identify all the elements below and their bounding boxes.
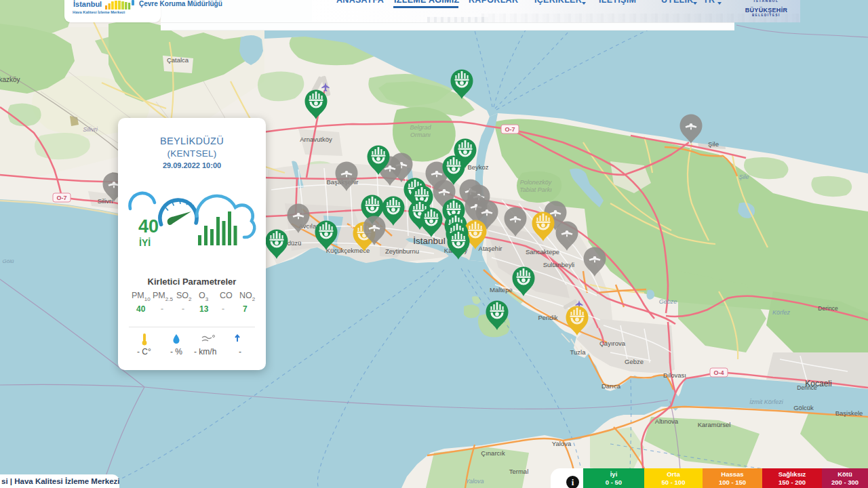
- svg-text:Zeytinburnu: Zeytinburnu: [385, 247, 419, 255]
- svg-text:Yalova: Yalova: [466, 478, 484, 485]
- svg-text:Sancaktepe: Sancaktepe: [526, 248, 559, 256]
- svg-text:Polonezköy: Polonezköy: [520, 179, 552, 186]
- svg-text:Tuzla: Tuzla: [570, 348, 587, 356]
- svg-text:Sultanbeyli: Sultanbeyli: [543, 261, 574, 268]
- svg-text:İzmit Körfezi: İzmit Körfezi: [749, 399, 784, 405]
- svg-text:Dilovası: Dilovası: [663, 371, 686, 379]
- svg-text:Beykoz: Beykoz: [467, 163, 488, 171]
- svg-text:Çatalca: Çatalca: [167, 56, 189, 64]
- svg-text:Pendik: Pendik: [538, 314, 557, 321]
- svg-text:Kocaeli: Kocaeli: [805, 379, 831, 388]
- svg-text:Başiskele: Başiskele: [835, 409, 863, 417]
- svg-text:Silivri: Silivri: [98, 197, 113, 205]
- svg-text:Şile: Şile: [738, 174, 749, 180]
- svg-text:Silivri: Silivri: [83, 126, 98, 133]
- svg-text:Ormanı: Ormanı: [410, 131, 431, 138]
- svg-text:Çınarcık: Çınarcık: [481, 449, 505, 457]
- svg-text:Maltepe: Maltepe: [490, 286, 513, 293]
- svg-text:Yalova: Yalova: [552, 440, 572, 447]
- svg-text:Gölü: Gölü: [3, 258, 14, 264]
- svg-text:Şile: Şile: [708, 140, 719, 148]
- svg-text:Çayırova: Çayırova: [599, 340, 626, 347]
- svg-text:Gebze: Gebze: [625, 358, 644, 365]
- svg-text:kazköy: kazköy: [0, 76, 20, 83]
- svg-text:O-7: O-7: [56, 195, 66, 201]
- svg-text:Körfez: Körfez: [772, 309, 791, 316]
- svg-text:Belgrad: Belgrad: [410, 124, 431, 131]
- svg-text:Derince: Derince: [818, 305, 838, 312]
- svg-text:Ataşehir: Ataşehir: [479, 245, 502, 252]
- svg-text:Gölcük: Gölcük: [793, 404, 814, 411]
- svg-text:Karamürsel: Karamürsel: [698, 421, 731, 428]
- svg-text:Arnavutköy: Arnavutköy: [300, 136, 332, 143]
- svg-text:Altınova: Altınova: [655, 418, 679, 425]
- svg-text:Tabiat Parkı: Tabiat Parkı: [519, 186, 552, 193]
- svg-text:O-4: O-4: [713, 369, 724, 376]
- svg-text:Gebze: Gebze: [659, 298, 677, 305]
- svg-text:İstanbul: İstanbul: [413, 236, 445, 246]
- svg-text:Termal: Termal: [509, 468, 529, 475]
- svg-text:O-7: O-7: [505, 126, 515, 133]
- svg-text:Darıca: Darıca: [601, 382, 621, 390]
- svg-text:düzü: düzü: [288, 239, 302, 247]
